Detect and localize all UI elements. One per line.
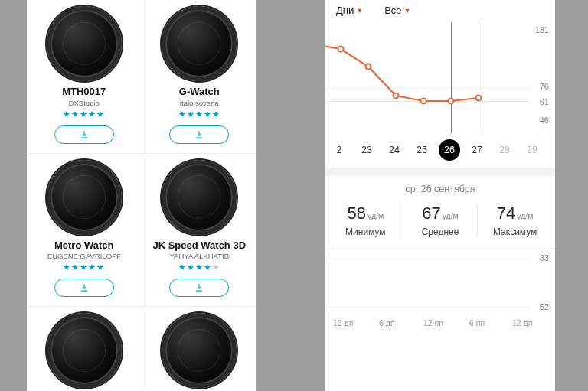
heart-rate-screen: Дни ▼ Все ▼ 131 76 61 46 2 23 24 25 26 (325, 0, 555, 391)
stat-value: 74 (497, 204, 515, 223)
download-icon (80, 283, 89, 292)
x-tick: 12 дп (333, 318, 353, 327)
watchface-card[interactable]: JK Speed Watch 3D YAHYA ALKHATIB ★★★★★ (142, 154, 257, 307)
watchface-author: italo sovena (147, 99, 253, 107)
x-tick: 12 пп (423, 318, 443, 327)
watchface-title: G-Watch (147, 86, 253, 98)
stat-min: 58уд/м Минимум (328, 204, 403, 237)
download-icon (194, 283, 204, 292)
date-cell[interactable]: 24 (381, 145, 408, 155)
scope-label: Все (384, 5, 401, 16)
grid-line (325, 259, 531, 259)
stat-avg: 67уд/м Среднее (403, 204, 478, 237)
watchface-thumbnail (162, 313, 237, 388)
stat-name: Среднее (403, 226, 478, 237)
period-filter[interactable]: Дни ▼ (336, 5, 363, 16)
x-tick: 12 дп (512, 318, 532, 327)
y-tick: 83 (540, 253, 549, 262)
watchface-thumbnail (47, 160, 122, 235)
watchface-author: EUGENE GAVRILOFF (31, 252, 137, 260)
date-cell[interactable]: 29 (518, 145, 546, 155)
svg-point-3 (421, 99, 426, 104)
stat-max: 74уд/м Максимум (477, 204, 552, 237)
stat-unit: уд/м (443, 211, 459, 220)
watchface-card[interactable]: G-Watch italo sovena ★★★★★ (142, 0, 257, 153)
y-tick: 61 (540, 97, 549, 106)
caret-down-icon: ▼ (404, 7, 411, 15)
date-selector[interactable]: 2 23 24 25 26 27 28 29 3 (325, 133, 555, 168)
caret-down-icon: ▼ (356, 7, 363, 15)
watchface-thumbnail (162, 6, 237, 81)
stat-unit: уд/м (517, 211, 533, 220)
intraday-chart[interactable]: 83 52 12 дп 6 дп 12 пп 6 пп 12 дп (325, 248, 555, 331)
watchface-card[interactable]: MTH0017 DXStudio ★★★★★ (27, 0, 142, 153)
svg-point-2 (394, 93, 399, 99)
download-icon (194, 130, 204, 139)
filter-bar: Дни ▼ Все ▼ (325, 0, 555, 18)
rating-stars: ★★★★★ (147, 262, 253, 272)
y-tick: 46 (540, 116, 549, 125)
rating-stars: ★★★★★ (31, 262, 137, 272)
stat-name: Максимум (478, 226, 552, 237)
y-tick: 131 (535, 25, 549, 34)
watchface-card[interactable] (142, 307, 257, 388)
watchface-thumbnail (162, 160, 237, 235)
watchface-title: JK Speed Watch 3D (147, 239, 253, 252)
rating-stars: ★★★★★ (31, 109, 137, 119)
watchface-author: YAHYA ALKHATIB (147, 252, 253, 260)
watchface-card[interactable] (27, 307, 142, 388)
date-cell[interactable]: 3 (546, 145, 555, 155)
date-cell-selected[interactable]: 26 (436, 139, 463, 161)
stats-row: 58уд/м Минимум 67уд/м Среднее 74уд/м Мак… (325, 197, 555, 248)
date-cell[interactable]: 25 (408, 145, 436, 155)
stat-value: 67 (422, 204, 440, 223)
download-button[interactable] (54, 125, 114, 144)
stat-unit: уд/м (368, 211, 384, 220)
watchface-title: MTH0017 (31, 86, 137, 98)
y-tick: 76 (540, 82, 549, 91)
x-tick: 6 пп (469, 318, 485, 327)
watchface-title: Metro Watch (31, 239, 137, 252)
date-cell[interactable]: 28 (491, 145, 518, 155)
svg-point-0 (338, 47, 344, 52)
heart-rate-trend-chart[interactable]: 131 76 61 46 (325, 22, 555, 133)
y-tick: 52 (540, 302, 549, 311)
download-button[interactable] (169, 279, 229, 297)
download-icon (80, 130, 89, 139)
download-button[interactable] (169, 125, 229, 144)
selected-date-label: ср, 26 сентября (325, 176, 555, 197)
trend-line (325, 22, 531, 133)
grid-line (325, 307, 531, 308)
stat-value: 58 (348, 204, 366, 223)
svg-point-4 (449, 99, 454, 104)
watchface-store-screen: MTH0017 DXStudio ★★★★★ G-Watch italo sov… (27, 0, 256, 391)
date-cell[interactable]: 27 (463, 145, 491, 155)
date-cell[interactable]: 2 (325, 145, 353, 155)
watchface-grid: MTH0017 DXStudio ★★★★★ G-Watch italo sov… (27, 0, 256, 388)
watchface-thumbnail (47, 6, 122, 81)
download-button[interactable] (54, 279, 114, 297)
scope-filter[interactable]: Все ▼ (384, 5, 410, 16)
stat-name: Минимум (328, 226, 403, 237)
period-label: Дни (336, 5, 354, 16)
watchface-card[interactable]: Metro Watch EUGENE GAVRILOFF ★★★★★ (27, 154, 142, 307)
svg-point-5 (476, 96, 482, 101)
rating-stars: ★★★★★ (147, 109, 253, 119)
x-tick: 6 дп (379, 318, 395, 327)
watchface-thumbnail (47, 313, 122, 388)
section-divider (325, 168, 555, 176)
watchface-author: DXStudio (31, 99, 137, 107)
svg-point-1 (366, 64, 371, 70)
date-cell[interactable]: 23 (353, 145, 381, 155)
